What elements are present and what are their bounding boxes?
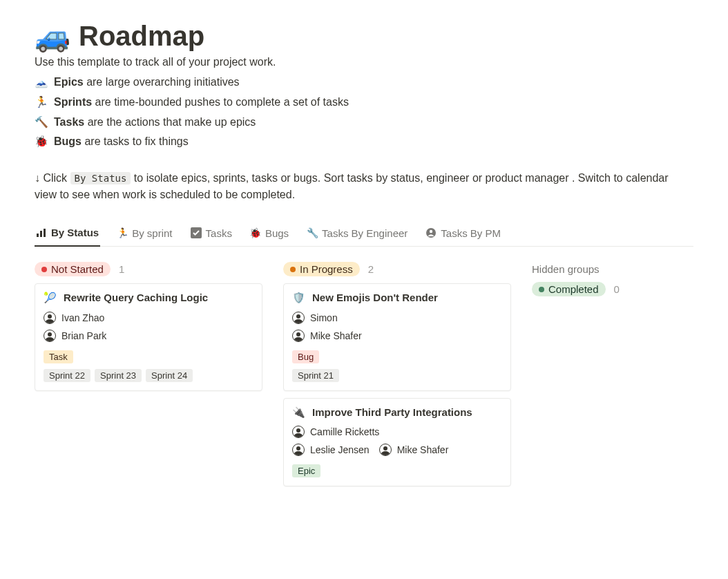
glossary-row: 🐞 Bugs are tasks to fix things [35,132,693,152]
status-pill[interactable]: In Progress [283,262,360,276]
assignee[interactable]: Mike Shafer [292,330,362,342]
glossary-list: 🗻 Epics are large overarching initiative… [35,73,693,152]
assignee[interactable]: Simon [292,312,338,324]
column-count: 1 [119,263,124,275]
glossary-emoji: 🔨 [35,113,48,133]
card-title: Improve Third Party Integrations [312,406,472,419]
tab-label: Tasks [206,227,232,239]
board-column: Not Started 1 🎾 Rewrite Query Caching Lo… [35,262,262,398]
board-column: In Progress 2 🛡️ New Emojis Don't Render… [283,262,511,493]
tab-tasks[interactable]: Tasks [189,223,233,246]
assignee[interactable]: Leslie Jensen [292,444,370,456]
avatar-icon [292,330,305,342]
glossary-desc: are time-bounded pushes to complete a se… [95,96,349,108]
tag-sprint-24[interactable]: Sprint 24 [146,369,193,382]
people-row: Ivan Zhao [44,312,253,330]
svg-rect-0 [37,234,39,237]
tab-tasks-by-pm[interactable]: Tasks By PM [424,223,502,246]
glossary-emoji: 🏃 [35,93,48,113]
board-card[interactable]: 🎾 Rewrite Query Caching Logic Ivan Zhao … [35,283,262,391]
tag-task[interactable]: Task [44,350,73,363]
page-intro: Use this template to track all of your p… [35,56,693,68]
hint-pre: ↓ Click [35,172,70,184]
tag-sprint-23[interactable]: Sprint 23 [95,369,142,382]
people-row: Simon [292,312,502,330]
assignee[interactable]: Ivan Zhao [44,312,104,324]
check-icon [191,227,202,238]
user-icon [425,227,437,238]
assignee[interactable]: Mike Shafer [379,444,449,456]
card-emoji-icon: 🎾 [44,291,57,305]
glossary-row: 🔨 Tasks are the actions that make up epi… [35,113,693,133]
card-title: New Emojis Don't Render [312,291,438,305]
type-tags: Task [44,350,253,363]
avatar-icon [292,444,305,456]
card-emoji-icon: 🛡️ [292,291,305,305]
assignee[interactable]: Camille Ricketts [292,426,379,438]
status-dot-icon [41,267,47,272]
avatar-icon [292,426,305,438]
type-tags: Epic [292,464,502,477]
assignee[interactable]: Brian Park [44,330,106,342]
status-label: Completed [548,283,599,295]
tab-label: Tasks By PM [441,227,501,239]
tab-label: Tasks By Engineer [322,227,408,239]
assignee-name: Camille Ricketts [310,426,379,437]
hidden-group-row[interactable]: Completed 0 [532,282,684,296]
tag-epic[interactable]: Epic [292,464,320,477]
page-title: Roadmap [79,21,204,52]
tab-by-sprint[interactable]: 🏃 By sprint [115,223,173,246]
people-row: Camille Ricketts [292,426,502,444]
view-hint: ↓ Click By Status to isolate epics, spri… [35,170,693,203]
status-label: Not Started [51,263,104,275]
tag-sprint-22[interactable]: Sprint 22 [44,369,90,382]
tab-by-status[interactable]: By Status [35,222,100,247]
tag-sprint-21[interactable]: Sprint 21 [292,369,339,382]
card-emoji-icon: 🔌 [292,406,305,419]
glossary-desc: are tasks to fix things [84,135,188,147]
svg-rect-1 [40,231,42,237]
page-emoji: 🚙 [35,22,70,51]
glossary-row: 🗻 Epics are large overarching initiative… [35,73,693,93]
status-dot-icon [539,287,544,292]
hidden-groups-title: Hidden groups [532,263,600,275]
bug-icon: 🐞 [250,227,261,238]
tab-label: Bugs [265,227,289,239]
glossary-term: Tasks [54,116,84,128]
hidden-groups-header: Hidden groups [532,263,684,275]
glossary-desc: are the actions that make up epics [88,116,256,128]
svg-point-5 [430,230,432,233]
sprint-tags: Sprint 22Sprint 23Sprint 24 [44,369,253,382]
assignee-name: Brian Park [61,330,106,341]
board-icon [36,227,47,238]
assignee-name: Leslie Jensen [310,444,370,455]
glossary-desc: are large overarching initiatives [86,76,239,88]
column-header: Not Started 1 [35,262,262,276]
column-count: 2 [368,263,374,275]
glossary-term: Sprints [54,96,92,108]
page-header: 🚙 Roadmap Use this template to track all… [35,21,693,203]
glossary-row: 🏃 Sprints are time-bounded pushes to com… [35,93,693,113]
hidden-groups-column: Hidden groups Completed 0 [532,262,684,303]
board-card[interactable]: 🛡️ New Emojis Don't Render Simon Mike Sh… [283,283,511,391]
people-row: Leslie Jensen Mike Shafer [292,444,502,462]
tab-bugs[interactable]: 🐞 Bugs [249,223,290,246]
hint-code: By Status [70,172,131,184]
tab-tasks-by-engineer[interactable]: 🔧 Tasks By Engineer [305,223,409,246]
status-label: In Progress [300,263,353,275]
sprint-tags: Sprint 21 [292,369,502,382]
status-dot-icon [290,267,296,272]
view-tabs: By Status🏃 By sprint Tasks🐞 Bugs🔧 Tasks … [35,222,693,247]
tag-bug[interactable]: Bug [292,350,319,363]
card-title: Rewrite Query Caching Logic [64,291,208,305]
assignee-name: Mike Shafer [397,444,449,455]
board-card[interactable]: 🔌 Improve Third Party Integrations Camil… [283,398,511,487]
glossary-term: Bugs [54,135,82,147]
hidden-group-count: 0 [614,283,620,295]
wrench-icon: 🔧 [307,227,318,238]
avatar-icon [379,444,392,456]
status-pill[interactable]: Completed [532,282,606,296]
glossary-emoji: 🐞 [35,132,48,152]
tab-label: By sprint [132,227,172,239]
status-pill[interactable]: Not Started [35,262,111,276]
